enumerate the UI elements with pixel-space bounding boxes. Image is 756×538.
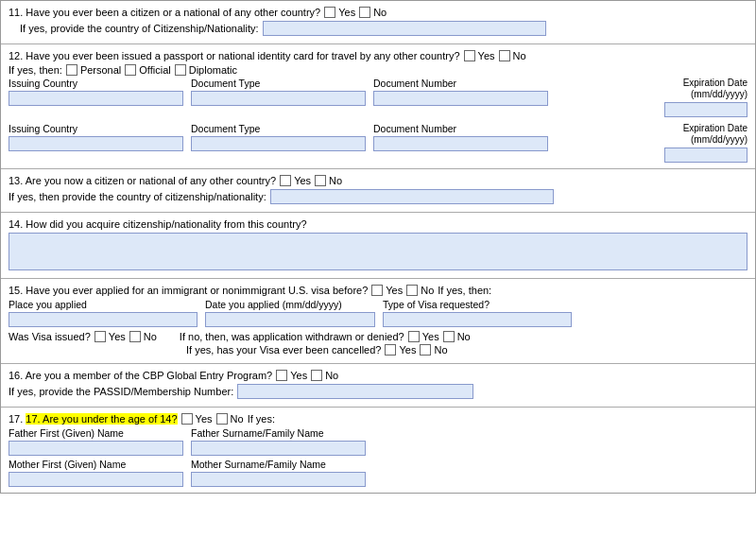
section-17: 17. 17. Are you under the age of 14? Yes…: [1, 408, 755, 493]
q17-mother-surname-group: Mother Surname/Family Name: [191, 459, 366, 487]
q11-country-input[interactable]: [263, 21, 546, 36]
q12-issuing-country-1-group: Issuing Country: [9, 78, 183, 106]
q13-no-checkbox[interactable]: [315, 175, 326, 186]
q15-no-group: No: [406, 285, 434, 296]
q17-mother-first-label: Mother First (Given) Name: [9, 459, 183, 470]
q15-wd-no-checkbox[interactable]: [443, 331, 455, 342]
q15-date-label: Date you applied (mm/dd/yyyy): [205, 299, 375, 310]
q15-type-input[interactable]: [383, 312, 572, 327]
q16-subtext: If yes, provide the PASSID/Membership Nu…: [9, 386, 233, 397]
q13-yes-label: Yes: [294, 175, 311, 186]
q12-no-group: No: [499, 50, 526, 61]
q12-issuing-country-2-label: Issuing Country: [9, 123, 183, 134]
q12-doc-type-1-label: Document Type: [191, 78, 366, 89]
q17-father-first-input[interactable]: [9, 441, 183, 456]
q16-yes-group: Yes: [276, 370, 307, 381]
q17-mother-first-input[interactable]: [9, 472, 183, 487]
q15-visa-yes-checkbox[interactable]: [94, 331, 106, 342]
section-12: 12. Have you ever been issued a passport…: [1, 44, 755, 169]
q12-doc-number-2-input[interactable]: [373, 136, 548, 151]
q12-diplomatic-checkbox[interactable]: [175, 64, 186, 76]
q16-text: 16. Are you a member of the CBP Global E…: [9, 370, 272, 381]
q12-row2-main: Issuing Country Document Type Document N…: [9, 123, 658, 163]
q16-passid-input[interactable]: [237, 384, 473, 399]
q12-row2-labels: Issuing Country Document Type Document N…: [9, 123, 747, 163]
q12-exp-1-area: Expiration Date (mm/dd/yyyy): [658, 78, 747, 117]
q11-no-group: No: [359, 7, 387, 18]
q15-place-input[interactable]: [9, 312, 198, 327]
q13-no-label: No: [329, 175, 342, 186]
q12-doc-type-2-group: Document Type: [191, 123, 366, 151]
q15-date-group: Date you applied (mm/dd/yyyy): [205, 299, 375, 327]
q17-text-before: 17. 17. Are you under the age of 14?: [9, 413, 178, 425]
q12-doc-type-1-group: Document Type: [191, 78, 366, 106]
q12-issuing-country-1-input[interactable]: [9, 91, 183, 106]
q16-yes-checkbox[interactable]: [276, 370, 287, 381]
section-16: 16. Are you a member of the CBP Global E…: [1, 364, 755, 408]
q12-personal-label: Personal: [80, 64, 121, 76]
q14-textarea[interactable]: [9, 233, 747, 270]
section-11: 11. Have you ever been a citizen or a na…: [1, 1, 755, 44]
q11-yes-group: Yes: [324, 7, 355, 18]
q12-official-label: Official: [139, 64, 170, 76]
q17-yes-checkbox[interactable]: [181, 413, 193, 425]
q15-text: 15. Have you ever applied for an immigra…: [9, 285, 368, 296]
q13-country-input[interactable]: [270, 189, 554, 204]
q12-exp-2-input[interactable]: [664, 148, 747, 163]
q16-yes-label: Yes: [290, 370, 307, 381]
q17-if-yes: If yes:: [248, 413, 275, 425]
section-13: 13. Are you now a citizen or national of…: [1, 169, 755, 213]
q15-date-input[interactable]: [205, 312, 375, 327]
q15-can-no-checkbox[interactable]: [420, 344, 431, 356]
q15-wd-yes-group: Yes: [408, 331, 439, 342]
q15-can-no-group: No: [420, 344, 447, 356]
q11-yes-label: Yes: [338, 7, 355, 18]
q12-personal-group: Personal: [66, 64, 121, 76]
q15-visa-issued-line: Was Visa issued? Yes No If no, then, was…: [9, 331, 747, 342]
q17-father-surname-input[interactable]: [191, 441, 366, 456]
q12-issuing-country-1-label: Issuing Country: [9, 78, 183, 89]
q17-no-checkbox[interactable]: [216, 413, 228, 425]
q15-wd-yes-label: Yes: [422, 331, 439, 342]
q12-personal-checkbox[interactable]: [66, 64, 77, 76]
q15-yes-checkbox[interactable]: [371, 285, 383, 296]
q14-text: 14. How did you acquire citizenship/nati…: [9, 218, 307, 230]
q12-exp-1-input[interactable]: [664, 102, 747, 117]
q15-no-checkbox[interactable]: [406, 285, 418, 296]
q12-row1-main: Issuing Country Document Type Document N…: [9, 78, 658, 117]
q17-father-surname-label: Father Surname/Family Name: [191, 427, 366, 439]
q15-wd-yes-checkbox[interactable]: [408, 331, 420, 342]
q12-yes-checkbox[interactable]: [464, 50, 475, 61]
q15-visa-yes-group: Yes: [94, 331, 126, 342]
q15-type-label: Type of Visa requested?: [383, 299, 572, 310]
q16-no-group: No: [311, 370, 338, 381]
q12-doc-type-2-label: Document Type: [191, 123, 366, 134]
q11-subline: If yes, provide the country of Citizensh…: [9, 21, 747, 36]
q12-doc-number-1-input[interactable]: [373, 91, 548, 106]
q11-yes-checkbox[interactable]: [324, 7, 335, 18]
q12-official-checkbox[interactable]: [125, 64, 136, 76]
q11-text: 11. Have you ever been a citizen or a na…: [9, 7, 320, 18]
q17-mother-row: Mother First (Given) Name Mother Surname…: [9, 459, 747, 487]
q11-no-checkbox[interactable]: [359, 7, 370, 18]
q12-doc-type-2-input[interactable]: [191, 136, 366, 151]
q11-no-label: No: [373, 7, 387, 18]
q16-no-checkbox[interactable]: [311, 370, 322, 381]
q15-fields-row1: Place you applied Date you applied (mm/d…: [9, 299, 747, 327]
q15-visa-yes-label: Yes: [109, 331, 126, 342]
q15-no-label: No: [421, 285, 434, 296]
q13-subtext: If yes, then provide the country of citi…: [9, 191, 266, 202]
q13-yes-checkbox[interactable]: [280, 175, 291, 186]
q17-mother-surname-input[interactable]: [191, 472, 366, 487]
q12-issuing-country-2-input[interactable]: [9, 136, 183, 151]
q12-doc-type-1-input[interactable]: [191, 91, 366, 106]
q13-line: 13. Are you now a citizen or national of…: [9, 175, 747, 186]
q16-subline: If yes, provide the PASSID/Membership Nu…: [9, 384, 747, 399]
q13-subline: If yes, then provide the country of citi…: [9, 189, 747, 204]
q12-no-checkbox[interactable]: [499, 50, 510, 61]
q15-yes-group: Yes: [371, 285, 403, 296]
q15-can-yes-checkbox[interactable]: [385, 344, 396, 356]
q15-visa-issued-label: Was Visa issued?: [9, 331, 91, 342]
q17-highlight: 17. Are you under the age of 14?: [26, 413, 177, 425]
q15-visa-no-checkbox[interactable]: [129, 331, 141, 342]
